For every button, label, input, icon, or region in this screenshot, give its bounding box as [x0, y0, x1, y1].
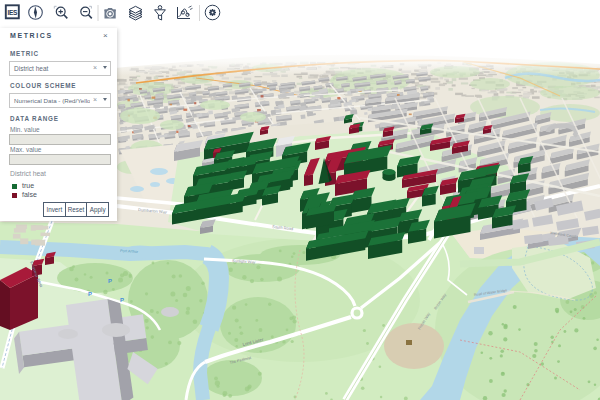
svg-text:IES: IES [7, 9, 18, 16]
svg-text:P: P [88, 291, 92, 297]
svg-text:P: P [120, 297, 124, 303]
svg-text:P: P [108, 278, 112, 284]
